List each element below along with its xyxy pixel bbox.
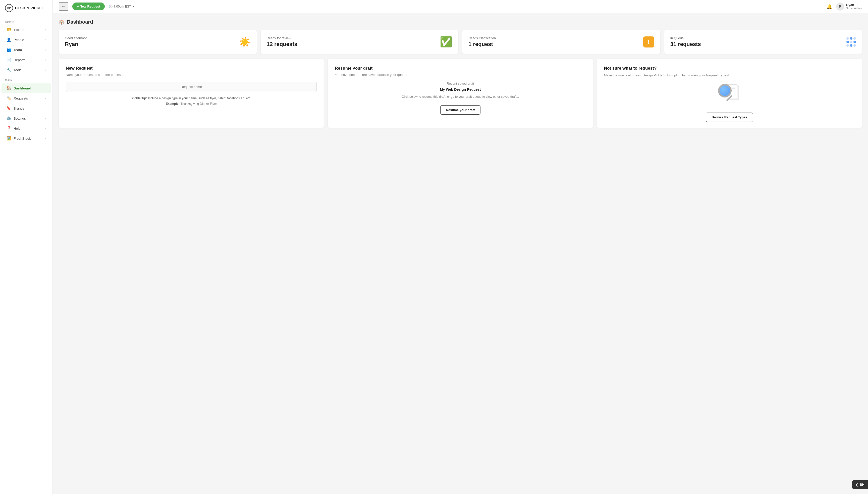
not-sure-title: Not sure what to request? bbox=[604, 66, 855, 71]
sidebar-item-team[interactable]: 👥 Team › bbox=[1, 45, 51, 55]
bh-badge[interactable]: ❮ BH bbox=[852, 480, 868, 489]
sidebar-item-tickets[interactable]: 🎫 Tickets › bbox=[1, 25, 51, 34]
bh-chevron-icon: ❮ bbox=[855, 483, 858, 487]
draft-center: Recent saved draft My Web Design Request… bbox=[335, 82, 586, 115]
sidebar-item-freshstock[interactable]: 🖼️ FreshStock ↗ bbox=[1, 134, 51, 143]
freshstock-external-icon: ↗ bbox=[44, 137, 46, 140]
settings-icon: ⚙️ bbox=[6, 116, 11, 120]
greeting-name: Ryan bbox=[65, 41, 88, 48]
example-label: Example: bbox=[166, 102, 180, 106]
example-text: Example: Thanksgiving Dinner Flyer bbox=[66, 102, 317, 106]
greeting-card: Good afternoon, Ryan ☀️ bbox=[59, 30, 257, 54]
sidebar-item-brands[interactable]: 🔖 Brands bbox=[1, 103, 51, 113]
new-request-button[interactable]: + New Request bbox=[72, 2, 105, 10]
bottom-cards: New Request Name your request to start t… bbox=[59, 59, 862, 128]
clarification-value: 1 request bbox=[468, 41, 496, 48]
sidebar-item-people[interactable]: 👤 People › bbox=[1, 35, 51, 44]
illustration bbox=[604, 84, 855, 107]
tickets-chevron: › bbox=[45, 28, 46, 31]
not-sure-card: Not sure what to request? Make the most … bbox=[597, 59, 862, 128]
ready-value: 12 requests bbox=[267, 41, 297, 48]
time-chevron: ▾ bbox=[132, 4, 134, 8]
draft-card-subtitle: You have one or more saved drafts in you… bbox=[335, 73, 586, 77]
needs-clarification-card[interactable]: Needs Clarification 1 request ! bbox=[462, 30, 660, 54]
main-content: ← + New Request 🕐 7:00pm EST ▾ 🔔 R Ryan … bbox=[53, 0, 868, 494]
draft-description: Click below to resume this draft, or go … bbox=[335, 94, 586, 99]
topbar: ← + New Request 🕐 7:00pm EST ▾ 🔔 R Ryan … bbox=[53, 0, 868, 13]
logo-text: DESIGN PICKLE bbox=[15, 6, 44, 10]
bh-label: BH bbox=[860, 483, 865, 487]
sidebar-item-dashboard[interactable]: 🏠 Dashboard bbox=[1, 83, 51, 93]
draft-card: Resume your draft You have one or more s… bbox=[328, 59, 593, 128]
brands-icon: 🔖 bbox=[6, 106, 11, 111]
recent-saved-label: Recent saved draft bbox=[335, 82, 586, 86]
dashboard-icon: 🏠 bbox=[6, 86, 11, 91]
example-value: Thanksgiving Dinner Flyer bbox=[180, 102, 217, 106]
people-icon: 👤 bbox=[6, 37, 11, 42]
people-chevron: › bbox=[45, 38, 46, 41]
queue-dots-icon bbox=[846, 37, 856, 47]
tools-chevron: › bbox=[45, 68, 46, 71]
freshstock-icon: 🖼️ bbox=[6, 136, 11, 141]
avatar: R bbox=[836, 2, 844, 11]
pickle-tip-label: Pickle Tip: bbox=[131, 96, 147, 100]
sidebar-item-requests[interactable]: 🏷️ Requests › bbox=[1, 93, 51, 103]
bell-icon[interactable]: 🔔 bbox=[827, 4, 832, 9]
sidebar-label-tools: Tools bbox=[14, 68, 22, 72]
sidebar-label-help: Help bbox=[14, 127, 21, 130]
greeting-text: Good afternoon, bbox=[65, 36, 88, 40]
logo[interactable]: DP DESIGN PICKLE bbox=[0, 0, 53, 16]
exclamation-icon: ! bbox=[643, 36, 654, 48]
logo-icon: DP bbox=[5, 4, 13, 12]
sidebar: DP DESIGN PICKLE ADMIN 🎫 Tickets › 👤 Peo… bbox=[0, 0, 53, 494]
time-badge[interactable]: 🕐 7:00pm EST ▾ bbox=[109, 4, 134, 8]
ready-label: Ready for review bbox=[267, 36, 297, 40]
page-header: 🏠 Dashboard bbox=[59, 19, 862, 25]
request-name-input[interactable] bbox=[66, 82, 317, 92]
sidebar-item-settings[interactable]: ⚙️ Settings › bbox=[1, 114, 51, 123]
sidebar-label-tickets: Tickets bbox=[14, 28, 24, 32]
settings-chevron: › bbox=[45, 117, 46, 120]
stat-cards: Good afternoon, Ryan ☀️ Ready for review… bbox=[59, 30, 862, 54]
check-icon: ✅ bbox=[440, 36, 452, 48]
pickle-tip-text: Include a design type in your name, such… bbox=[148, 96, 251, 100]
browse-request-types-button[interactable]: Browse Request Types bbox=[706, 113, 753, 122]
ready-for-review-card[interactable]: Ready for review 12 requests ✅ bbox=[261, 30, 459, 54]
user-name: Ryan bbox=[846, 3, 862, 7]
sidebar-label-brands: Brands bbox=[14, 107, 24, 110]
tickets-icon: 🎫 bbox=[6, 27, 11, 32]
page-home-icon: 🏠 bbox=[59, 19, 64, 25]
draft-name: My Web Design Request bbox=[335, 88, 586, 92]
sidebar-item-help[interactable]: ❓ Help › bbox=[1, 124, 51, 133]
user-role: Super Admin bbox=[846, 7, 862, 10]
help-chevron: › bbox=[45, 127, 46, 130]
user-area[interactable]: R Ryan Super Admin bbox=[836, 2, 862, 11]
tools-icon: 🔧 bbox=[6, 68, 11, 72]
not-sure-subtitle: Make the most out of your Design Pickle … bbox=[604, 73, 855, 78]
queue-value: 31 requests bbox=[670, 41, 701, 48]
team-icon: 👥 bbox=[6, 48, 11, 52]
sidebar-label-settings: Settings bbox=[14, 117, 26, 120]
sidebar-label-dashboard: Dashboard bbox=[14, 87, 32, 90]
page-title: Dashboard bbox=[67, 19, 93, 25]
sidebar-label-reports: Reports bbox=[14, 58, 25, 62]
content-area: 🏠 Dashboard Good afternoon, Ryan ☀️ Read… bbox=[53, 13, 868, 494]
admin-section-label: ADMIN bbox=[0, 16, 53, 25]
user-info: Ryan Super Admin bbox=[846, 3, 862, 10]
time-label: 🕐 7:00pm EST bbox=[109, 4, 131, 8]
in-queue-card[interactable]: In Queue 31 requests bbox=[664, 30, 862, 54]
resume-draft-button[interactable]: Resume your draft bbox=[440, 105, 481, 115]
team-chevron: › bbox=[45, 48, 46, 51]
topbar-right: 🔔 R Ryan Super Admin bbox=[827, 2, 862, 11]
new-request-card-title: New Request bbox=[66, 66, 317, 71]
sidebar-item-reports[interactable]: 📄 Reports › bbox=[1, 55, 51, 64]
draft-card-title: Resume your draft bbox=[335, 66, 586, 71]
sidebar-item-tools[interactable]: 🔧 Tools › bbox=[1, 65, 51, 75]
clarification-label: Needs Clarification bbox=[468, 36, 496, 40]
reports-chevron: › bbox=[45, 58, 46, 61]
requests-icon: 🏷️ bbox=[6, 96, 11, 100]
back-button[interactable]: ← bbox=[59, 2, 68, 11]
sidebar-label-people: People bbox=[14, 38, 24, 42]
sidebar-label-team: Team bbox=[14, 48, 22, 52]
sun-icon: ☀️ bbox=[239, 36, 251, 48]
